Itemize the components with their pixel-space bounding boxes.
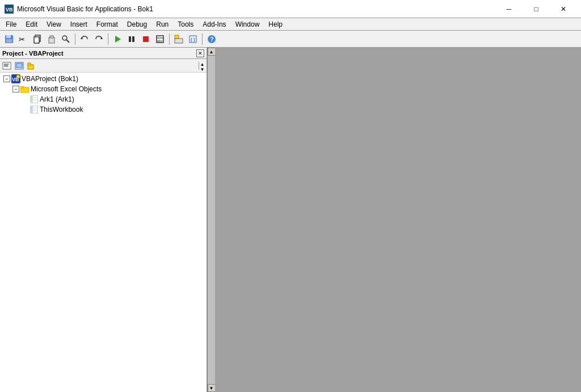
panel-toolbar: ▲ ▼ bbox=[0, 59, 207, 73]
folder-icon bbox=[20, 85, 30, 94]
tree-item-ark1[interactable]: Ark1 (Ark1) bbox=[1, 94, 205, 104]
svg-rect-47 bbox=[30, 106, 32, 113]
undo-button[interactable] bbox=[78, 32, 91, 46]
panel-close-button[interactable]: ✕ bbox=[196, 49, 204, 57]
expand-vbaproject[interactable]: − bbox=[3, 75, 10, 82]
ark1-label: Ark1 (Ark1) bbox=[40, 95, 74, 103]
menu-file[interactable]: File bbox=[1, 18, 21, 31]
svg-rect-42 bbox=[30, 95, 32, 103]
thisworkbook-label: ThisWorkbook bbox=[40, 106, 83, 113]
menu-debug[interactable]: Debug bbox=[123, 18, 151, 31]
menu-window[interactable]: Window bbox=[231, 18, 264, 31]
redo-button[interactable] bbox=[92, 32, 106, 46]
menu-help[interactable]: Help bbox=[264, 18, 287, 31]
svg-rect-27 bbox=[3, 62, 11, 69]
app-icon: VB bbox=[5, 5, 14, 14]
tree-item-thisworkbook[interactable]: ThisWorkbook bbox=[1, 104, 205, 115]
view-code-button[interactable] bbox=[1, 61, 12, 71]
svg-marker-14 bbox=[115, 36, 121, 43]
scrollbar-track[interactable] bbox=[208, 56, 215, 384]
svg-text:?: ? bbox=[210, 36, 214, 43]
svg-rect-21 bbox=[175, 35, 179, 39]
project-explorer-button[interactable] bbox=[172, 32, 186, 46]
object-browser-button[interactable]: { } bbox=[186, 32, 200, 46]
paste-button[interactable] bbox=[45, 32, 58, 46]
project-panel: Project - VBAProject ✕ bbox=[0, 48, 207, 392]
svg-rect-16 bbox=[132, 36, 134, 42]
svg-rect-15 bbox=[129, 36, 131, 42]
svg-text:{ }: { } bbox=[191, 37, 195, 42]
vbaproject-label: VBAProject (Bok1) bbox=[22, 75, 78, 83]
right-scrollbar[interactable]: ▲ ▼ bbox=[207, 48, 215, 392]
run-button[interactable] bbox=[111, 32, 124, 46]
copy-button[interactable] bbox=[31, 32, 44, 46]
title-bar-left: VB Microsoft Visual Basic for Applicatio… bbox=[5, 5, 153, 14]
svg-point-37 bbox=[16, 75, 20, 78]
svg-rect-32 bbox=[16, 64, 22, 68]
menu-format[interactable]: Format bbox=[92, 18, 123, 31]
svg-text:abc: abc bbox=[157, 39, 163, 43]
expand-excel-objects[interactable]: − bbox=[12, 86, 19, 92]
panel-header: Project - VBAProject ✕ bbox=[0, 48, 207, 59]
menu-add-ins[interactable]: Add-Ins bbox=[198, 18, 230, 31]
title-bar: VB Microsoft Visual Basic for Applicatio… bbox=[0, 0, 581, 18]
view-object-button[interactable] bbox=[14, 61, 25, 71]
worksheet-ark1-icon bbox=[30, 95, 39, 104]
toolbar: ✂ bbox=[0, 31, 581, 48]
project-tree[interactable]: − VB VBAProject (Bok1) − bbox=[0, 73, 207, 392]
scroll-down-button[interactable]: ▼ bbox=[208, 384, 216, 392]
svg-rect-22 bbox=[175, 39, 183, 43]
tree-item-excel-objects[interactable]: − Microsoft Excel Objects bbox=[1, 84, 205, 94]
svg-rect-7 bbox=[34, 37, 39, 43]
close-button[interactable]: ✕ bbox=[550, 0, 576, 18]
main-area: Project - VBAProject ✕ bbox=[0, 48, 581, 392]
stop-button[interactable] bbox=[139, 32, 153, 46]
help-button[interactable]: ? bbox=[205, 32, 218, 46]
window-title: Microsoft Visual Basic for Applications … bbox=[17, 5, 153, 13]
toggle-folders-button[interactable] bbox=[26, 61, 37, 71]
svg-rect-34 bbox=[28, 63, 31, 65]
workbook-icon bbox=[30, 105, 39, 114]
svg-rect-9 bbox=[50, 36, 53, 38]
cut-button[interactable]: ✂ bbox=[16, 32, 30, 46]
tree-item-vbaproject[interactable]: − VB VBAProject (Bok1) bbox=[1, 74, 205, 84]
toolbar-separator-2 bbox=[108, 33, 108, 45]
menu-view[interactable]: View bbox=[42, 18, 66, 31]
toolbar-separator-4 bbox=[202, 33, 203, 45]
svg-text:VB: VB bbox=[6, 7, 13, 12]
minimize-button[interactable]: ─ bbox=[496, 0, 522, 18]
find-button[interactable] bbox=[59, 32, 73, 46]
panel-scrollbar-arrow[interactable]: ▲ ▼ bbox=[199, 62, 205, 70]
svg-point-10 bbox=[62, 36, 67, 40]
toolbar-separator-1 bbox=[75, 33, 75, 45]
menu-edit[interactable]: Edit bbox=[21, 18, 42, 31]
menu-run[interactable]: Run bbox=[151, 18, 173, 31]
svg-rect-4 bbox=[6, 39, 12, 43]
excel-objects-label: Microsoft Excel Objects bbox=[31, 85, 102, 93]
svg-line-11 bbox=[66, 40, 69, 43]
break-button[interactable] bbox=[125, 32, 138, 46]
menu-tools[interactable]: Tools bbox=[173, 18, 198, 31]
design-mode-button[interactable]: abc bbox=[153, 32, 167, 46]
menu-insert[interactable]: Insert bbox=[66, 18, 92, 31]
code-area bbox=[215, 48, 581, 392]
scroll-up-button[interactable]: ▲ bbox=[208, 48, 216, 56]
maximize-button[interactable]: □ bbox=[523, 0, 549, 18]
save-button[interactable] bbox=[2, 32, 16, 46]
svg-rect-3 bbox=[6, 35, 11, 38]
panel-title: Project - VBAProject bbox=[2, 50, 64, 57]
toolbar-separator-3 bbox=[169, 33, 170, 45]
svg-rect-17 bbox=[143, 36, 149, 42]
svg-text:✂: ✂ bbox=[19, 35, 25, 44]
menu-bar: File Edit View Insert Format Debug Run T… bbox=[0, 18, 581, 31]
window-controls: ─ □ ✕ bbox=[496, 0, 576, 18]
vba-project-icon: VB bbox=[11, 74, 20, 83]
